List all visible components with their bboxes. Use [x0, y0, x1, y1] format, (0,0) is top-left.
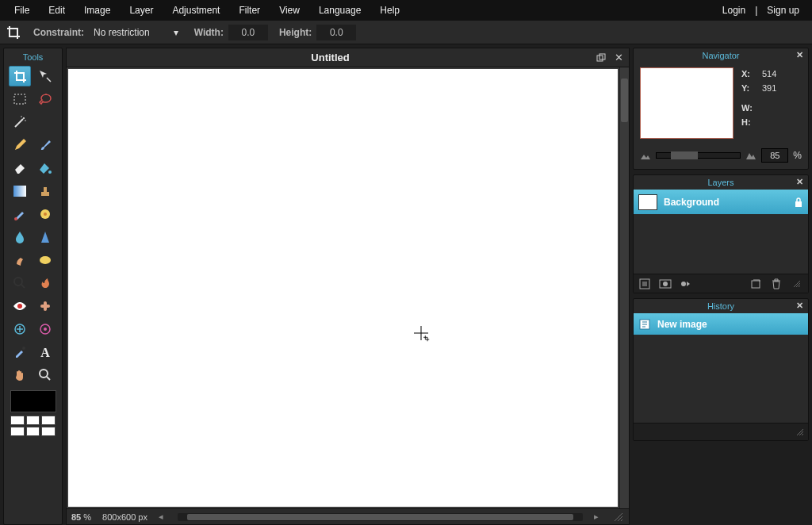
- lock-icon[interactable]: [794, 197, 803, 208]
- close-icon[interactable]: ✕: [796, 301, 803, 311]
- close-canvas-icon[interactable]: ✕: [611, 51, 626, 65]
- history-row[interactable]: New image: [634, 313, 808, 335]
- layer-thumbnail: [638, 194, 657, 210]
- menu-language[interactable]: Language: [309, 1, 370, 20]
- menu-edit[interactable]: Edit: [39, 1, 75, 20]
- options-bar: Constraint: No restriction ▾ Width: Heig…: [0, 21, 812, 44]
- menu-view[interactable]: View: [270, 1, 309, 20]
- slider-thumb[interactable]: [671, 151, 698, 159]
- zoom-tool[interactable]: [34, 365, 56, 385]
- blur-tool[interactable]: [9, 227, 31, 247]
- canvas-footer: 85 % 800x600 px ◂ ▸: [66, 509, 630, 525]
- menu-layer[interactable]: Layer: [120, 1, 163, 20]
- menu-help[interactable]: Help: [370, 1, 409, 20]
- red-eye-tool[interactable]: [9, 296, 31, 316]
- svg-point-4: [48, 171, 52, 174]
- layer-settings-icon[interactable]: [638, 278, 651, 290]
- scrollbar-thumb[interactable]: [621, 79, 628, 122]
- clone-stamp-tool[interactable]: [34, 181, 56, 201]
- hscroll-left-icon[interactable]: ◂: [159, 512, 163, 522]
- nav-w-label: W:: [741, 102, 756, 116]
- marquee-tool[interactable]: [9, 89, 31, 109]
- menu-filter[interactable]: Filter: [229, 1, 270, 20]
- lasso-tool[interactable]: [34, 89, 56, 109]
- swatch-preset[interactable]: [10, 427, 25, 436]
- layer-name: Background: [664, 197, 719, 208]
- layer-row[interactable]: Background: [634, 190, 808, 215]
- brush-tool[interactable]: [34, 135, 56, 155]
- constraint-dropdown[interactable]: No restriction ▾: [89, 25, 183, 40]
- canvas-header: Untitled ✕: [66, 48, 630, 67]
- type-tool[interactable]: A: [34, 342, 56, 362]
- color-picker-tool[interactable]: [9, 342, 31, 362]
- menu-image[interactable]: Image: [75, 1, 120, 20]
- history-title: History: [707, 301, 734, 311]
- vertical-scrollbar[interactable]: [619, 67, 629, 508]
- menubar: File Edit Image Layer Adjustment Filter …: [0, 0, 812, 21]
- pinch-tool[interactable]: [34, 319, 56, 339]
- svg-point-1: [23, 117, 25, 119]
- navigator-info: X:514 Y:391 W: H:: [741, 67, 776, 139]
- burn-tool[interactable]: [34, 273, 56, 293]
- wand-tool[interactable]: [9, 112, 31, 132]
- svg-point-8: [14, 217, 17, 220]
- hand-tool[interactable]: [9, 365, 31, 385]
- zoom-out-icon[interactable]: [640, 151, 651, 160]
- zoom-input[interactable]: [761, 148, 788, 163]
- svg-point-28: [681, 282, 686, 286]
- scrollbar-thumb[interactable]: [187, 514, 573, 520]
- resize-grip-icon[interactable]: [613, 512, 624, 523]
- layer-styles-icon[interactable]: [680, 278, 692, 290]
- width-label: Width:: [194, 27, 224, 38]
- menu-adjustment[interactable]: Adjustment: [163, 1, 229, 20]
- horizontal-scrollbar[interactable]: [178, 513, 583, 521]
- dodge-tool[interactable]: [9, 273, 31, 293]
- pencil-tool[interactable]: [9, 135, 31, 155]
- paint-bucket-tool[interactable]: [34, 158, 56, 178]
- svg-point-27: [663, 282, 668, 286]
- eraser-tool[interactable]: [9, 158, 31, 178]
- detach-window-icon[interactable]: [594, 51, 608, 65]
- zoom-in-icon[interactable]: [745, 151, 756, 160]
- svg-rect-24: [795, 201, 802, 207]
- menu-file[interactable]: File: [5, 1, 39, 20]
- swatch-preset[interactable]: [41, 416, 56, 425]
- canvas[interactable]: [68, 69, 618, 507]
- navigator-title: Navigator: [702, 51, 739, 60]
- sponge-tool[interactable]: [34, 250, 56, 270]
- close-icon[interactable]: ✕: [796, 50, 803, 60]
- layer-mask-icon[interactable]: [659, 278, 672, 290]
- spot-heal-tool[interactable]: [34, 296, 56, 316]
- resize-grip-icon[interactable]: [795, 427, 805, 437]
- color-replace-tool[interactable]: [9, 204, 31, 224]
- new-layer-icon[interactable]: [749, 278, 762, 290]
- new-image-icon: [638, 318, 651, 331]
- svg-point-19: [22, 347, 25, 350]
- width-input[interactable]: [228, 25, 268, 40]
- zoom-slider[interactable]: [656, 152, 741, 159]
- gradient-tool[interactable]: [9, 181, 31, 201]
- swatch-preset[interactable]: [26, 427, 40, 436]
- height-label: Height:: [279, 27, 312, 38]
- color-swatch[interactable]: [10, 390, 56, 412]
- move-tool[interactable]: [34, 66, 56, 86]
- resize-grip-icon[interactable]: [791, 278, 803, 290]
- drawing-tool[interactable]: [34, 204, 56, 224]
- swatch-preset[interactable]: [10, 416, 25, 425]
- chevron-down-icon: ▾: [174, 27, 178, 38]
- delete-layer-icon[interactable]: [770, 278, 783, 290]
- navigator-preview[interactable]: [640, 67, 733, 139]
- crop-tool[interactable]: [9, 66, 31, 86]
- sharpen-tool[interactable]: [34, 227, 56, 247]
- login-link[interactable]: Login: [719, 3, 749, 17]
- hscroll-right-icon[interactable]: ▸: [594, 512, 599, 522]
- bloat-tool[interactable]: [9, 319, 31, 339]
- signup-link[interactable]: Sign up: [764, 3, 802, 17]
- close-icon[interactable]: ✕: [796, 177, 803, 187]
- swatch-preset[interactable]: [26, 416, 40, 425]
- nav-y-label: Y:: [741, 82, 756, 96]
- swatch-preset[interactable]: [41, 427, 56, 436]
- svg-point-21: [40, 370, 48, 377]
- smudge-tool[interactable]: [9, 250, 31, 270]
- height-input[interactable]: [316, 25, 356, 40]
